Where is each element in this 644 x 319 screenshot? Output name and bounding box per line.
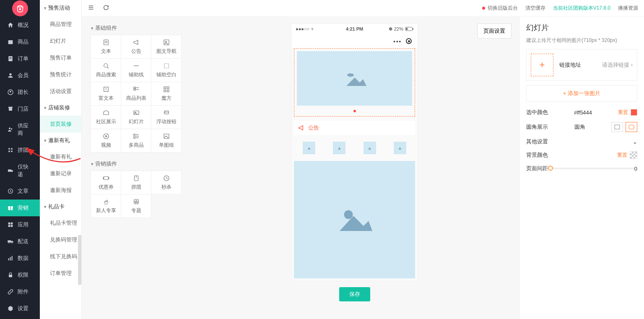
nav-delivery[interactable]: 配送 [0, 233, 40, 250]
bg-swatch[interactable] [630, 151, 637, 159]
component-icon: BTN [163, 109, 170, 117]
save-button[interactable]: 保存 [339, 287, 370, 301]
subnav-group-invite[interactable]: ▾邀新有礼 [40, 132, 81, 148]
truck-icon [7, 238, 14, 245]
palette-item[interactable]: 拼团 [121, 171, 151, 195]
palette-item[interactable]: 单图组 [151, 129, 182, 153]
clear-cache-link[interactable]: 清空缓存 [525, 5, 545, 12]
nav-goods[interactable]: 商品 [0, 34, 40, 50]
subnav-group-decor[interactable]: ▾店铺装修 [40, 100, 81, 116]
color-swatch[interactable] [631, 109, 637, 116]
nav-attachment[interactable]: 附件 [0, 283, 40, 300]
scrollbar-thumb[interactable] [78, 235, 81, 285]
add-image-box[interactable]: + [531, 54, 553, 76]
reset-color[interactable]: 重置 [618, 109, 628, 116]
subnav-item[interactable]: 兑换码管理 [40, 231, 81, 248]
nav-express[interactable]: 仅快递 [0, 158, 40, 183]
switch-old-link[interactable]: 切换旧版后台 [482, 5, 518, 12]
image-component[interactable] [294, 161, 415, 278]
link-select[interactable]: 请选择链接 › [602, 61, 633, 69]
subnav-item[interactable]: 线下兑换码 [40, 248, 81, 265]
subnav-item-home-decor[interactable]: 首页装修 [40, 116, 81, 132]
svg-point-0 [19, 8, 21, 10]
nav-supplier[interactable]: 供应商 [0, 117, 40, 142]
properties-panel: 幻灯片 建议上传尺寸相同的图片(710px * 320px) + 链接地址 请选… [519, 17, 644, 319]
menu-toggle-icon[interactable] [88, 4, 94, 12]
subnav-item[interactable]: 活动设置 [40, 83, 81, 100]
reset-bg[interactable]: 重置 [617, 152, 627, 159]
svg-rect-3 [9, 57, 11, 58]
round-corner-button[interactable] [626, 122, 637, 132]
palette-item[interactable]: 魔方 [151, 82, 182, 106]
nav-permission[interactable]: 权限 [0, 267, 40, 283]
palette-item[interactable]: 专题 [121, 194, 151, 218]
component-icon [163, 132, 170, 140]
subnav-item[interactable]: 商品管理 [40, 16, 81, 33]
signal-icon: ●●●○○ ᯤ [296, 26, 315, 31]
subnav-group-giftcard[interactable]: ▾礼品卡 [40, 199, 81, 215]
palette-item[interactable]: NEW新人专享 [91, 194, 121, 218]
nav-group[interactable]: 拼团 [0, 142, 40, 158]
palette-item[interactable]: 商品列表 [121, 82, 151, 106]
subnav-item[interactable]: 预售订单 [40, 49, 81, 66]
subnav-item[interactable]: 幻灯片 [40, 33, 81, 49]
nav-overview[interactable]: 概况 [0, 17, 40, 34]
subnav-group-presale[interactable]: ▾预售活动 [40, 0, 81, 16]
nav-marketing[interactable]: 营销 [0, 200, 40, 216]
more-icon[interactable]: ••• [393, 38, 402, 44]
palette-item[interactable]: BTN浮动按钮 [151, 105, 182, 129]
nav-orders[interactable]: 订单 [0, 50, 40, 67]
nav-app[interactable]: 应用 [0, 216, 40, 233]
subnav-item[interactable]: 邀新记录 [40, 165, 81, 182]
palette-item[interactable]: 视频 [91, 129, 121, 153]
palette-item[interactable]: 多商品 [121, 129, 151, 153]
nav-members[interactable]: 会员 [0, 67, 40, 84]
nav-article[interactable]: 文章 [0, 183, 40, 200]
app-icon [7, 221, 14, 228]
page-settings-button[interactable]: 页面设置 [477, 23, 512, 39]
subnav-item[interactable]: 预售统计 [40, 66, 81, 83]
other-settings-header[interactable]: 其他设置 ⌄ [526, 138, 637, 145]
component-icon [132, 174, 140, 182]
palette-section-basic[interactable]: ▾基础组件 [91, 24, 186, 32]
palette-item[interactable]: 商品搜索 [91, 58, 121, 82]
link-label: 链接地址 [559, 61, 581, 69]
palette-item[interactable]: T富文本 [91, 82, 121, 106]
palette-section-marketing[interactable]: ▾营销插件 [91, 160, 186, 168]
selected-color-value: #ff5444 [574, 109, 592, 116]
nav-store[interactable]: 门店 [0, 101, 40, 117]
add-image-button[interactable]: + 添加一张图片 [526, 85, 637, 102]
subnav-item[interactable]: 礼品卡管理 [40, 215, 81, 231]
icon-nav-component[interactable]: ▲▲▲▲ [291, 137, 418, 158]
gap-slider[interactable] [548, 168, 634, 169]
palette-item[interactable]: 图文导航 [151, 35, 182, 59]
svg-rect-23 [11, 225, 13, 227]
subnav-item[interactable]: 邀新海报 [40, 182, 81, 199]
component-palette: ▾基础组件 文本公告图文导航商品搜索辅助线辅助空白T富文本商品列表魔方社区展示幻… [82, 17, 190, 319]
palette-item[interactable]: 辅助线 [121, 58, 151, 82]
refresh-icon[interactable] [103, 4, 109, 12]
broadcast-link[interactable]: 播播资源 [618, 5, 638, 12]
palette-item[interactable]: 社区展示 [91, 105, 121, 129]
palette-item[interactable]: 辅助空白 [151, 58, 182, 82]
subnav-item[interactable]: 邀新有礼 [40, 148, 81, 165]
palette-item[interactable]: 文本 [91, 35, 121, 59]
subnav-item[interactable]: 订单管理 [40, 265, 81, 282]
slideshow-component[interactable] [294, 48, 415, 117]
palette-item[interactable]: 优惠券 [91, 171, 121, 195]
square-corner-button[interactable] [611, 122, 623, 132]
svg-rect-53 [167, 90, 169, 92]
svg-rect-20 [8, 223, 10, 225]
component-icon [132, 109, 140, 117]
nav-settings[interactable]: 设置 [0, 300, 40, 317]
component-icon [132, 86, 140, 93]
target-icon[interactable] [406, 38, 412, 44]
nav-data[interactable]: 数据 [0, 250, 40, 267]
nav-leader[interactable]: 团长 [0, 84, 40, 101]
palette-item[interactable]: 公告 [121, 35, 151, 59]
notice-component[interactable]: 公告 [294, 121, 415, 135]
size-hint: 建议上传尺寸相同的图片(710px * 320px) [526, 37, 637, 44]
palette-item[interactable]: 幻灯片 [121, 105, 151, 129]
express-icon [7, 167, 14, 174]
palette-item[interactable]: 秒杀 [151, 171, 182, 195]
